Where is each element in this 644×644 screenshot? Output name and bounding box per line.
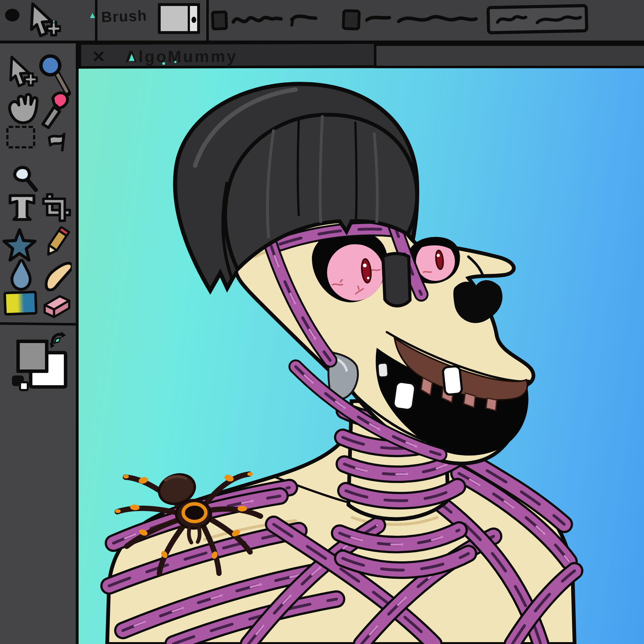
toolbar-divider xyxy=(206,0,209,41)
text-tool[interactable] xyxy=(8,192,36,224)
magic-wand-tool[interactable] xyxy=(8,162,38,193)
eyedropper-tool[interactable] xyxy=(36,88,70,130)
crop-icon xyxy=(42,193,72,222)
water-drop-tool[interactable] xyxy=(9,259,33,293)
canvas-artwork xyxy=(79,68,644,644)
eraser-icon xyxy=(42,292,72,319)
sidebar-divider xyxy=(0,322,76,326)
eyedropper-icon xyxy=(36,88,70,129)
document-tab[interactable]: ✕ AlgoMummy xyxy=(79,42,376,69)
brush-label-accent xyxy=(90,13,95,18)
marquee-select-tool[interactable] xyxy=(6,126,35,148)
foreground-color-swatch[interactable] xyxy=(16,340,48,373)
default-colors-icon[interactable] xyxy=(12,375,34,396)
canvas-viewport[interactable] xyxy=(79,68,644,644)
toolbar-divider xyxy=(95,0,97,41)
crop-tool[interactable] xyxy=(42,193,72,223)
move-icon xyxy=(5,55,38,89)
record-dot-icon xyxy=(5,9,19,21)
stroke-preset-icons xyxy=(490,7,584,31)
move-cursor-icon[interactable] xyxy=(26,1,61,40)
hand-tool[interactable] xyxy=(6,90,41,128)
marquee-icon xyxy=(6,126,35,148)
brush-size-chip-large[interactable] xyxy=(342,9,361,31)
shape-star-tool[interactable] xyxy=(2,228,37,264)
smudge-tool[interactable] xyxy=(43,257,72,292)
gradient-tool[interactable] xyxy=(4,291,37,315)
brush-preview[interactable] xyxy=(158,3,200,34)
brush-options-box[interactable] xyxy=(486,4,588,35)
eraser-tool[interactable] xyxy=(42,292,72,320)
wand-icon xyxy=(8,162,38,192)
tool-sidebar xyxy=(0,43,79,644)
pencil-icon xyxy=(41,226,72,259)
gradient-icon xyxy=(3,291,38,316)
flag-icon xyxy=(43,131,68,153)
brush-stroke-sample-2[interactable] xyxy=(365,9,479,29)
brush-preview-flap xyxy=(188,6,197,31)
move-tool[interactable] xyxy=(5,55,38,90)
finger-icon xyxy=(43,257,72,291)
top-toolbar: Brush xyxy=(0,0,644,43)
text-icon xyxy=(8,192,36,223)
brush-label: Brush xyxy=(101,7,147,25)
brush-size-chip-small[interactable] xyxy=(211,10,228,31)
star-icon xyxy=(2,228,37,263)
pencil-tool[interactable] xyxy=(41,226,72,260)
swap-colors-icon[interactable] xyxy=(50,331,67,352)
close-icon[interactable]: ✕ xyxy=(92,47,106,66)
droplet-icon xyxy=(9,259,33,292)
hand-icon xyxy=(6,90,41,127)
brush-stroke-sample-1[interactable] xyxy=(231,9,332,29)
lasso-flag-tool[interactable] xyxy=(43,131,68,154)
app-window: Brush ✕ AlgoMummy xyxy=(0,0,644,644)
default-white-swatch xyxy=(19,381,29,391)
titlebar-right-strip xyxy=(374,43,644,68)
brush-tip-panel xyxy=(161,6,188,31)
document-title: AlgoMummy xyxy=(125,47,237,66)
